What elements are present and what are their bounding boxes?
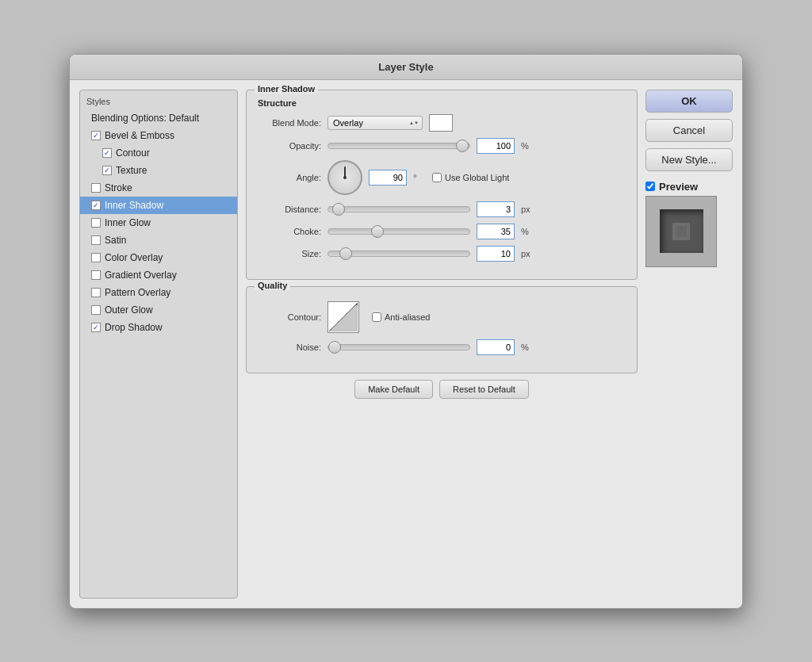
contour-thumbnail[interactable] — [327, 301, 359, 333]
preview-label: Preview — [659, 181, 698, 193]
use-global-light-wrapper[interactable]: Use Global Light — [432, 173, 509, 182]
opacity-thumb[interactable] — [456, 140, 469, 152]
pattern-overlay-check[interactable] — [91, 288, 101, 297]
inner-shadow-section: Inner Shadow Structure Blend Mode: Overl… — [246, 90, 638, 280]
size-label: Size: — [258, 249, 321, 258]
quality-section: Quality Contour: Anti-aliased — [246, 286, 638, 373]
new-style-button[interactable]: New Style... — [645, 148, 733, 171]
right-panel: OK Cancel New Style... Preview — [645, 90, 733, 599]
contour-check[interactable] — [102, 148, 112, 158]
anti-aliased-checkbox[interactable] — [372, 312, 381, 322]
preview-thumbnail — [645, 196, 717, 267]
size-input[interactable] — [477, 246, 515, 262]
distance-unit: px — [521, 205, 534, 214]
angle-dot — [343, 176, 347, 179]
inner-shadow-check[interactable] — [91, 201, 101, 210]
opacity-input[interactable] — [477, 138, 515, 154]
outer-glow-label: Outer Glow — [105, 304, 153, 316]
choke-unit: % — [521, 227, 534, 236]
main-panel: Inner Shadow Structure Blend Mode: Overl… — [246, 90, 638, 599]
sidebar-item-outer-glow[interactable]: Outer Glow — [80, 301, 237, 319]
anti-aliased-wrapper[interactable]: Anti-aliased — [372, 312, 430, 322]
gradient-overlay-label: Gradient Overlay — [105, 270, 177, 281]
color-overlay-label: Color Overlay — [105, 252, 163, 263]
noise-label: Noise: — [258, 342, 321, 352]
gradient-overlay-check[interactable] — [91, 270, 101, 280]
stroke-label: Stroke — [105, 182, 132, 193]
sidebar-item-stroke[interactable]: Stroke — [80, 179, 237, 197]
reset-default-button[interactable]: Reset to Default — [439, 380, 529, 399]
color-overlay-check[interactable] — [91, 253, 101, 262]
inner-shadow-label: Inner Shadow — [105, 200, 163, 211]
anti-aliased-label: Anti-aliased — [385, 312, 430, 322]
cancel-button[interactable]: Cancel — [645, 119, 733, 142]
preview-checkbox[interactable] — [645, 182, 655, 191]
sidebar-item-texture[interactable]: Texture — [80, 162, 237, 179]
contour-row: Contour: Anti-aliased — [258, 301, 626, 333]
pattern-overlay-label: Pattern Overlay — [105, 287, 170, 298]
inner-glow-check[interactable] — [91, 218, 101, 228]
sidebar-item-inner-shadow[interactable]: Inner Shadow — [80, 197, 237, 214]
distance-label: Distance: — [258, 205, 321, 214]
noise-input[interactable] — [477, 339, 515, 355]
sidebar-item-drop-shadow[interactable]: Drop Shadow — [80, 319, 237, 336]
noise-thumb[interactable] — [328, 341, 341, 354]
drop-shadow-check[interactable] — [91, 323, 101, 332]
opacity-label: Opacity: — [258, 141, 321, 151]
texture-check[interactable] — [102, 166, 112, 175]
inner-glow-label: Inner Glow — [105, 217, 151, 228]
angle-input[interactable] — [369, 170, 407, 186]
blend-mode-select-wrapper[interactable]: Overlay Normal Multiply Screen — [327, 116, 423, 130]
choke-label: Choke: — [258, 227, 321, 236]
ok-button[interactable]: OK — [645, 90, 733, 113]
sidebar-item-satin[interactable]: Satin — [80, 232, 237, 249]
footer-buttons: Make Default Reset to Default — [246, 380, 638, 402]
blending-options-label: Blending Options: Default — [91, 113, 199, 124]
drop-shadow-label: Drop Shadow — [105, 322, 163, 333]
sidebar-item-color-overlay[interactable]: Color Overlay — [80, 249, 237, 266]
bevel-emboss-check[interactable] — [91, 131, 101, 140]
contour-label: Contour: — [258, 312, 321, 322]
distance-row: Distance: px — [258, 201, 626, 217]
blend-mode-row: Blend Mode: Overlay Normal Multiply Scre… — [258, 114, 626, 132]
outer-glow-check[interactable] — [91, 305, 101, 315]
angle-row: Angle: ° Use Global Light — [258, 160, 626, 195]
inner-shadow-section-title: Inner Shadow — [255, 84, 318, 94]
sidebar-item-bevel-emboss[interactable]: Bevel & Emboss — [80, 127, 237, 144]
sidebar-item-blending-options[interactable]: Blending Options: Default — [80, 109, 237, 127]
angle-dial[interactable] — [327, 160, 362, 195]
satin-check[interactable] — [91, 235, 101, 245]
choke-thumb[interactable] — [371, 225, 384, 238]
bevel-emboss-label: Bevel & Emboss — [105, 130, 174, 141]
noise-unit: % — [521, 342, 534, 352]
blend-color-swatch[interactable] — [429, 114, 453, 132]
dialog-title: Layer Style — [70, 55, 742, 80]
satin-label: Satin — [105, 235, 126, 246]
noise-slider[interactable] — [327, 344, 470, 350]
size-row: Size: px — [258, 246, 626, 262]
distance-thumb[interactable] — [332, 203, 345, 216]
size-thumb[interactable] — [339, 247, 352, 260]
opacity-slider[interactable] — [327, 143, 470, 149]
use-global-light-checkbox[interactable] — [432, 173, 442, 182]
opacity-unit: % — [521, 141, 534, 151]
choke-input[interactable] — [477, 224, 515, 239]
size-slider[interactable] — [327, 251, 470, 257]
angle-label: Angle: — [258, 173, 321, 182]
angle-unit: ° — [413, 173, 426, 182]
sidebar-item-pattern-overlay[interactable]: Pattern Overlay — [80, 284, 237, 301]
choke-slider[interactable] — [327, 228, 470, 235]
distance-input[interactable] — [477, 201, 515, 217]
make-default-button[interactable]: Make Default — [354, 380, 433, 399]
stroke-check[interactable] — [91, 183, 101, 193]
blend-mode-select[interactable]: Overlay Normal Multiply Screen — [327, 116, 423, 130]
styles-label: Styles — [80, 94, 237, 109]
use-global-light-label: Use Global Light — [445, 173, 509, 182]
preview-wrapper[interactable]: Preview — [645, 181, 698, 193]
distance-slider[interactable] — [327, 206, 470, 212]
layer-style-dialog: Layer Style Styles Blending Options: Def… — [69, 54, 743, 609]
sidebar-item-gradient-overlay[interactable]: Gradient Overlay — [80, 266, 237, 284]
texture-label: Texture — [116, 165, 147, 176]
sidebar-item-inner-glow[interactable]: Inner Glow — [80, 214, 237, 232]
sidebar-item-contour[interactable]: Contour — [80, 144, 237, 162]
